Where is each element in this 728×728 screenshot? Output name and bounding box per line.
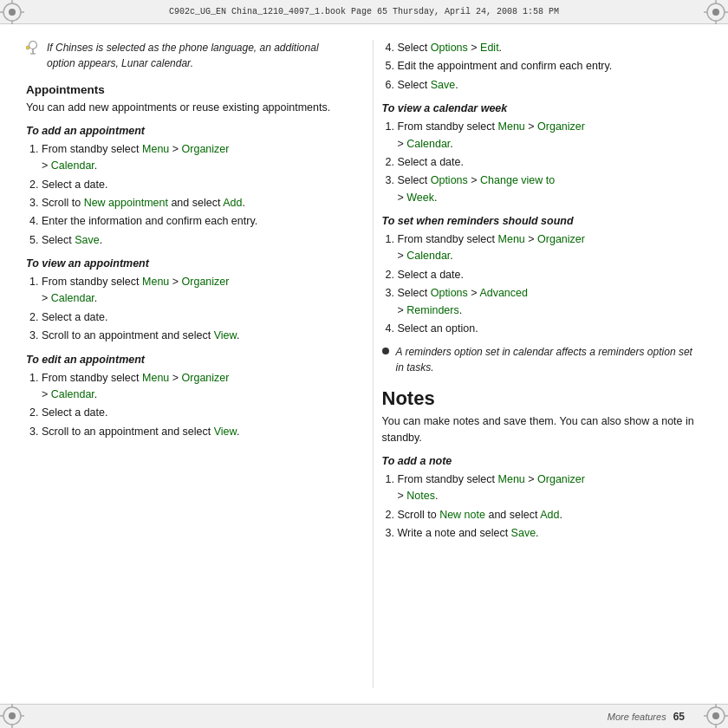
right-column: Select Options > Edit. Edit the appointm… xyxy=(373,40,703,688)
list-item: Scroll to an appointment and select View… xyxy=(42,328,347,344)
appointments-heading: Appointments xyxy=(26,83,347,96)
notes-heading: Notes xyxy=(382,387,703,410)
add-appointment-list: From standby select Menu > Organizer> Ca… xyxy=(42,141,347,249)
content-area: If Chinses is selected as the phone lang… xyxy=(0,24,728,704)
appointments-intro: You can add new appointments or reuse ex… xyxy=(26,100,347,116)
list-item: Scroll to an appointment and select View… xyxy=(42,424,347,440)
list-item: From standby select Menu > Organizer> Ca… xyxy=(42,274,347,308)
add-note-heading: To add a note xyxy=(382,455,703,467)
footer-label: More features xyxy=(608,712,666,722)
header-bar: C902c_UG_EN China_1210_4097_1.book Page … xyxy=(0,0,728,24)
corner-br xyxy=(704,704,728,728)
view-appointment-list: From standby select Menu > Organizer> Ca… xyxy=(42,274,347,345)
list-item: Select an option. xyxy=(398,321,703,337)
list-item: Select Options > Change view to> Week. xyxy=(398,172,703,206)
reminders-heading: To set when reminders should sound xyxy=(382,215,703,227)
list-item: From standby select Menu > Organizer> Ca… xyxy=(42,141,347,175)
corner-tr xyxy=(704,0,728,24)
header-text: C902c_UG_EN China_1210_4097_1.book Page … xyxy=(169,7,559,16)
list-item: Write a note and select Save. xyxy=(398,525,703,542)
edit-appointment-list: From standby select Menu > Organizer> Ca… xyxy=(42,370,347,441)
note-block: A reminders option set in calendar affec… xyxy=(382,344,703,375)
footer-page: 65 xyxy=(673,711,685,723)
list-item: Select Save. xyxy=(398,77,703,94)
list-item: From standby select Menu > Organizer> No… xyxy=(398,471,703,505)
svg-point-12 xyxy=(29,42,37,49)
footer-bar: More features 65 xyxy=(0,704,728,728)
list-item: Select Options > Edit. xyxy=(398,40,703,56)
svg-point-17 xyxy=(9,712,16,719)
list-item: Enter the information and confirm each e… xyxy=(42,213,347,230)
note-bullet-icon xyxy=(382,348,389,354)
list-item: Select a date. xyxy=(398,267,703,283)
add-appointment-heading: To add an appointment xyxy=(26,125,347,137)
tip-icon xyxy=(26,41,40,57)
list-item: Edit the appointment and confirm each en… xyxy=(398,58,703,75)
view-week-list: From standby select Menu > Organizer> Ca… xyxy=(398,119,703,206)
view-week-heading: To view a calendar week xyxy=(382,102,703,114)
tip-block: If Chinses is selected as the phone lang… xyxy=(26,40,347,71)
list-item: Select Save. xyxy=(42,232,347,249)
corner-tl xyxy=(0,0,24,24)
list-item: From standby select Menu > Organizer> Ca… xyxy=(42,370,347,404)
svg-point-23 xyxy=(712,712,719,719)
list-item: Select Options > Advanced> Reminders. xyxy=(398,285,703,319)
left-column: If Chinses is selected as the phone lang… xyxy=(26,40,355,688)
reminders-list: From standby select Menu > Organizer> Ca… xyxy=(398,231,703,337)
svg-point-15 xyxy=(26,46,29,49)
list-item: Select a date. xyxy=(42,405,347,421)
tip-text: If Chinses is selected as the phone lang… xyxy=(47,40,347,71)
list-item: Select a date. xyxy=(42,177,347,193)
edit-appointment-heading: To edit an appointment xyxy=(26,354,347,366)
page-container: C902c_UG_EN China_1210_4097_1.book Page … xyxy=(0,0,728,728)
add-note-list: From standby select Menu > Organizer> No… xyxy=(398,471,703,543)
list-item: Select a date. xyxy=(42,309,347,326)
svg-point-7 xyxy=(712,9,719,16)
list-item: Select a date. xyxy=(398,154,703,171)
notes-intro: You can make notes and save them. You ca… xyxy=(382,413,703,446)
list-item: From standby select Menu > Organizer> Ca… xyxy=(398,231,703,265)
list-item: Scroll to New appointment and select Add… xyxy=(42,195,347,211)
corner-bl xyxy=(0,704,24,728)
svg-point-1 xyxy=(9,9,16,16)
list-item: From standby select Menu > Organizer> Ca… xyxy=(398,119,703,153)
list-item: Scroll to New note and select Add. xyxy=(398,507,703,523)
view-appointment-heading: To view an appointment xyxy=(26,257,347,270)
edit-cont-list: Select Options > Edit. Edit the appointm… xyxy=(398,40,703,94)
note-text: A reminders option set in calendar affec… xyxy=(396,344,703,375)
